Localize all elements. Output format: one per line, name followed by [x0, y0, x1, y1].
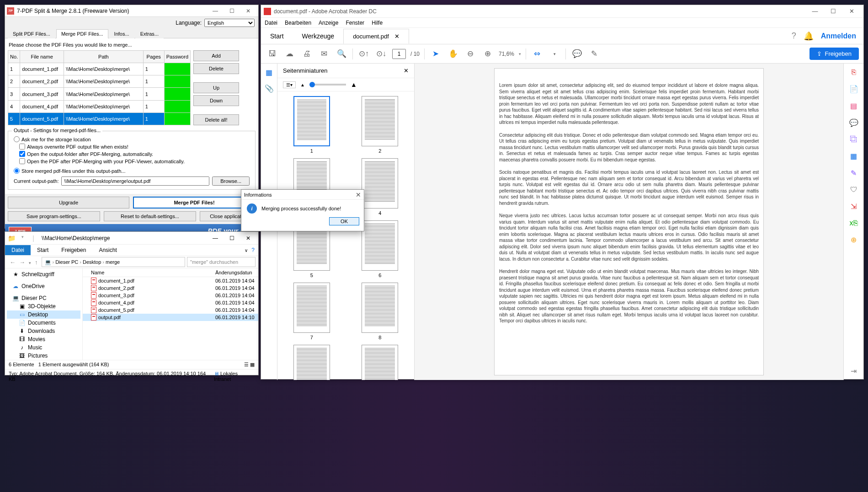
list-item[interactable]: document_3.pdf06.01.2019 14:04: [83, 292, 258, 299]
page-down-icon[interactable]: ⊙↓: [375, 49, 388, 59]
sidebar-quick-access[interactable]: ★Schnellzugriff: [7, 270, 80, 278]
minimize-button[interactable]: —: [207, 233, 224, 244]
menu-window[interactable]: Fenster: [346, 20, 364, 26]
thumb-size-slider[interactable]: [309, 84, 346, 86]
ribbon-start[interactable]: Start: [31, 245, 55, 255]
maximize-button[interactable]: ☐: [824, 5, 842, 17]
sign-icon[interactable]: ✎: [851, 169, 857, 177]
list-item[interactable]: document_4.pdf06.01.2019 14:04: [83, 299, 258, 306]
tab-split[interactable]: Split PDF Files...: [8, 29, 55, 38]
radio-store[interactable]: [14, 168, 20, 174]
dropdown-icon[interactable]: ▾: [18, 235, 27, 242]
col-path[interactable]: Path: [64, 51, 144, 63]
bell-icon[interactable]: 🔔: [804, 31, 814, 41]
large-thumb-icon[interactable]: ▲: [351, 81, 357, 88]
close-button[interactable]: ✕: [240, 233, 256, 244]
col-password[interactable]: Password: [164, 51, 190, 63]
signin-button[interactable]: Anmelden: [821, 32, 856, 40]
page-number-input[interactable]: [392, 49, 406, 59]
thumbnails-icon[interactable]: ▦: [266, 68, 272, 77]
save-settings-button[interactable]: Save program-settings...: [8, 211, 100, 221]
list-item[interactable]: output.pdf06.01.2019 14:10: [83, 314, 258, 321]
ok-button[interactable]: OK: [329, 217, 359, 225]
expand-ribbon-icon[interactable]: ∨: [245, 248, 248, 253]
share-button[interactable]: ⇪Freigeben: [809, 48, 859, 60]
radio-ask[interactable]: [14, 136, 20, 142]
sidebar-onedrive[interactable]: ☁OneDrive: [7, 282, 80, 290]
save-icon[interactable]: 🖫: [266, 49, 278, 59]
chk-open-viewer[interactable]: [19, 158, 25, 164]
col-date[interactable]: Änderungsdatun: [215, 270, 252, 275]
sidebar-desktop[interactable]: ▭Desktop: [7, 310, 80, 319]
col-file[interactable]: File name: [20, 51, 64, 63]
ribbon-file[interactable]: Datei: [5, 245, 31, 255]
hand-icon[interactable]: ✋: [447, 49, 459, 59]
list-item[interactable]: document_5.pdf06.01.2019 14:04: [83, 306, 258, 314]
delete-button[interactable]: Delete: [193, 63, 239, 74]
ribbon-share[interactable]: Freigeben: [55, 245, 92, 255]
zoom-value[interactable]: 71,6%: [499, 51, 514, 57]
search-icon[interactable]: 🔍: [335, 49, 348, 59]
view-details-icon[interactable]: ☰: [244, 362, 249, 367]
table-row[interactable]: 1document_1.pdf\\Mac\Home\Desktop\merge\…: [8, 63, 191, 75]
tab-extras[interactable]: Extras...: [135, 29, 164, 38]
zoom-out-icon[interactable]: ⊖: [464, 49, 477, 59]
tab-tools[interactable]: Werkzeuge: [293, 29, 344, 43]
thumbnail[interactable]: 8: [351, 283, 410, 340]
forward-icon[interactable]: →: [17, 259, 27, 266]
reset-settings-button[interactable]: Reset to default-settings...: [104, 211, 196, 221]
thumbnail[interactable]: 2: [351, 96, 410, 154]
table-row[interactable]: 2document_2.pdf\\Mac\Home\Desktop\merge\…: [8, 75, 191, 88]
combine-icon[interactable]: ⿻: [850, 135, 857, 144]
tab-infos[interactable]: Infos...: [109, 29, 134, 38]
thumbnail[interactable]: 10: [351, 345, 410, 380]
col-pages[interactable]: Pages: [143, 51, 164, 63]
organize-icon[interactable]: ▦: [850, 152, 857, 160]
tab-start[interactable]: Start: [261, 29, 293, 43]
recent-icon[interactable]: ▾: [27, 261, 33, 265]
cloud-icon[interactable]: ☁: [283, 49, 296, 59]
table-row[interactable]: 5document_5.pdf\\Mac\Home\Desktop\merge\…: [8, 112, 191, 125]
menu-help[interactable]: Hilfe: [372, 20, 383, 26]
sidebar-pictures[interactable]: 🖼Pictures: [7, 352, 80, 360]
sidebar-this-pc[interactable]: 💻Dieser PC: [7, 294, 80, 302]
thumbnail[interactable]: 9: [282, 345, 341, 380]
up-icon[interactable]: ↑: [33, 259, 40, 266]
maximize-button[interactable]: ☐: [224, 233, 240, 244]
create-pdf-icon[interactable]: 📄: [849, 85, 858, 93]
export-pdf-icon[interactable]: ⎘: [852, 68, 856, 76]
help-icon[interactable]: ?: [792, 31, 796, 41]
options-icon[interactable]: ☰▾: [283, 81, 296, 88]
close-button[interactable]: ✕: [842, 5, 861, 17]
pointer-icon[interactable]: ➤: [429, 49, 442, 59]
menu-file[interactable]: Datei: [265, 20, 277, 26]
sidebar-movies[interactable]: 🎞Movies: [7, 335, 80, 343]
document-view[interactable]: Lorem ipsum dolor sit amet, consectetur …: [415, 64, 843, 380]
fit-dropdown-icon[interactable]: ▾: [548, 52, 561, 56]
attachments-icon[interactable]: 📎: [265, 84, 274, 93]
table-row[interactable]: 4document_4.pdf\\Mac\Home\Desktop\merge\…: [8, 100, 191, 112]
col-name[interactable]: Name: [83, 270, 215, 275]
sidebar-music[interactable]: ♪Music: [7, 343, 80, 352]
close-tab-icon[interactable]: ✕: [394, 33, 399, 40]
add-button[interactable]: Add: [193, 50, 239, 61]
sidebar-downloads[interactable]: ⬇Downloads: [7, 327, 80, 335]
page-up-icon[interactable]: ⊙↑: [357, 49, 370, 59]
list-item[interactable]: document_2.pdf06.01.2019 14:04: [83, 284, 258, 292]
comment-icon[interactable]: 💬: [570, 49, 583, 59]
minimize-button[interactable]: —: [207, 5, 224, 16]
collapse-rail-icon[interactable]: ⇥: [851, 367, 857, 375]
protect-icon[interactable]: 🛡: [850, 186, 857, 194]
merge-button[interactable]: Merge PDF Files!: [133, 197, 256, 209]
edit-pdf-icon[interactable]: ▤: [850, 102, 857, 110]
minimize-button[interactable]: —: [806, 5, 824, 17]
output-path-input[interactable]: [61, 176, 209, 186]
tab-merge[interactable]: Merge PDF Files...: [56, 29, 108, 38]
search-input[interactable]: "merge" durchsuchen: [187, 257, 256, 267]
col-no[interactable]: No.: [8, 51, 20, 63]
menu-edit[interactable]: Bearbeiten: [285, 20, 311, 26]
highlight-icon[interactable]: ✎: [588, 49, 601, 59]
more-tools-icon[interactable]: ⊕: [851, 235, 857, 244]
chk-overwrite[interactable]: [19, 144, 25, 150]
convert-icon[interactable]: x⎘: [850, 219, 858, 227]
